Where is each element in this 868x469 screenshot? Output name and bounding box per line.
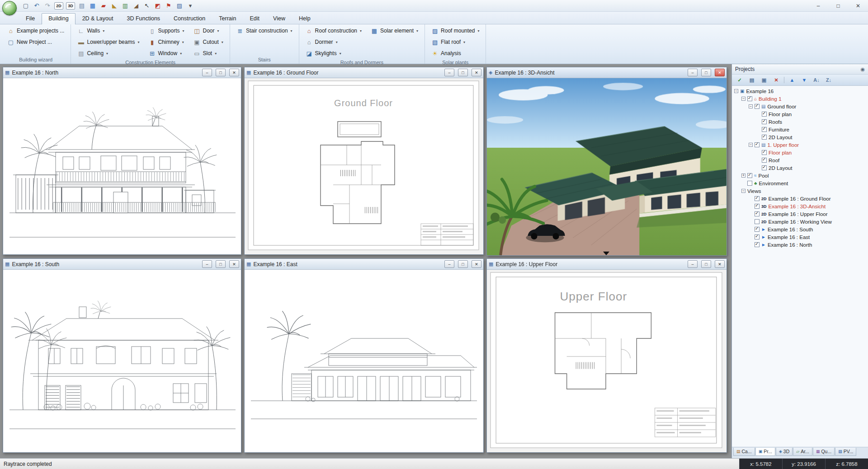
close-button[interactable]: ✕	[472, 260, 481, 268]
collapse-icon[interactable]: −	[741, 97, 745, 101]
checkbox-checked[interactable]	[762, 112, 767, 117]
redo-icon[interactable]: ↷	[42, 1, 52, 10]
ribbon-item-cutout[interactable]: ▣Cutout▾	[191, 37, 226, 47]
checkbox-checked[interactable]	[747, 96, 752, 101]
ribbon-item-flat-roof[interactable]: ▧Flat roof▾	[429, 37, 482, 47]
checkbox-checked[interactable]	[762, 135, 767, 140]
move-down-icon[interactable]: ▼	[799, 75, 810, 84]
checkbox-checked[interactable]	[762, 165, 767, 170]
collapse-icon[interactable]: −	[741, 189, 745, 193]
view-3d-icon[interactable]: 3D	[66, 2, 75, 9]
new-window-icon[interactable]: ▢	[21, 1, 31, 10]
tree-item-roofs[interactable]: Roofs	[732, 118, 868, 126]
tree-item-roof[interactable]: Roof	[732, 156, 868, 164]
checkbox-checked[interactable]	[762, 127, 767, 132]
tree-item-example-16-south[interactable]: ►Example 16 : South	[732, 225, 868, 233]
drawing-canvas[interactable]: Ground Floor	[245, 78, 483, 254]
tree-item-floor-plan[interactable]: Floor plan	[732, 110, 868, 118]
maximize-button[interactable]: □	[458, 69, 468, 76]
view-2d-icon[interactable]: 2D	[54, 2, 63, 9]
close-button[interactable]: ✕	[715, 69, 725, 76]
checkbox-checked[interactable]	[755, 142, 760, 147]
ribbon-item-example-projects[interactable]: ⌂Example projects ...	[5, 25, 67, 36]
ribbon-item-ceiling[interactable]: ▤Ceiling▾	[75, 48, 142, 59]
checkbox-checked[interactable]	[762, 119, 767, 124]
section-icon[interactable]: ◩	[153, 1, 163, 10]
panel-tab-ca[interactable]: ▤Ca...	[733, 448, 755, 456]
maximize-button[interactable]: □	[458, 260, 468, 268]
tree-item-floor-plan[interactable]: Floor plan	[732, 149, 868, 156]
checkbox-checked[interactable]	[755, 204, 760, 209]
panel-tab-qu[interactable]: ▦Qu...	[813, 448, 835, 456]
panel-tab-pr[interactable]: ▣Pr...	[755, 448, 775, 456]
flag-icon[interactable]: ⚑	[164, 1, 174, 10]
tree-item-2d-layout[interactable]: 2D Layout	[732, 133, 868, 141]
tree-item-views[interactable]: −Views	[732, 187, 868, 195]
tree-item-building-1[interactable]: −⌂Building 1	[732, 95, 868, 103]
select-cursor-icon[interactable]: ↖	[142, 1, 152, 10]
drawing-canvas[interactable]: Upper Floor	[487, 270, 726, 452]
tree-item-example-16-upper-floor[interactable]: 2DExample 16 : Upper Floor	[732, 210, 868, 218]
maximize-button[interactable]: □	[701, 69, 711, 76]
slope-icon[interactable]: ◢	[131, 1, 141, 10]
checkbox-checked[interactable]	[755, 234, 760, 239]
tab-edit[interactable]: Edit	[243, 13, 267, 24]
apply-icon[interactable]: ✓	[734, 75, 745, 84]
ribbon-item-supports[interactable]: ▯Supports▾	[146, 25, 187, 36]
tree-item-example-16-working-view[interactable]: 2DExample 16 : Working View	[732, 218, 868, 225]
maximize-button[interactable]: □	[216, 69, 226, 76]
close-button[interactable]: ✕	[472, 69, 481, 76]
close-button[interactable]: ✕	[229, 69, 239, 76]
minimize-button[interactable]: –	[808, 0, 828, 12]
close-button[interactable]: ✕	[715, 260, 725, 268]
close-button[interactable]: ✕	[848, 0, 868, 12]
panel-tab-ar[interactable]: ▱Ar...	[793, 448, 812, 456]
checkbox-checked[interactable]	[747, 173, 752, 178]
window-titlebar[interactable]: ▦ Example 16 : South – □ ✕	[3, 259, 241, 270]
checkbox-checked[interactable]	[755, 242, 760, 247]
tab-construction[interactable]: Construction	[167, 13, 212, 24]
close-button[interactable]: ✕	[229, 260, 239, 268]
drawing-canvas[interactable]	[3, 78, 241, 254]
ribbon-item-walls[interactable]: ∟Walls▾	[75, 25, 142, 36]
move-up-icon[interactable]: ▲	[787, 75, 797, 84]
tree-item-example-16-ground-floor[interactable]: 2DExample 16 : Ground Floor	[732, 195, 868, 202]
ribbon-item-door[interactable]: ◫Door▾	[191, 25, 226, 36]
ribbon-item-lower-upper-beams[interactable]: ▬Lower/upper beams▾	[75, 37, 142, 47]
panel-tab-pv[interactable]: ▨PV...	[835, 448, 856, 456]
minimize-button[interactable]: –	[688, 260, 698, 268]
window-titlebar[interactable]: ▦ Example 16 : Upper Floor – □ ✕	[487, 259, 726, 270]
ribbon-item-solar-element[interactable]: ▦Solar element▾	[368, 25, 421, 36]
checkbox-checked[interactable]	[762, 158, 767, 163]
ribbon-item-analysis[interactable]: ☀Analysis	[429, 48, 482, 59]
sort-asc-icon[interactable]: A↓	[811, 75, 822, 84]
checkbox-unchecked[interactable]	[755, 219, 760, 224]
tree-item-example-16-east[interactable]: ►Example 16 : East	[732, 233, 868, 241]
ribbon-item-dormer[interactable]: ⌂Dormer▾	[303, 37, 364, 47]
panel-tab-3d[interactable]: ◈3D	[776, 448, 793, 456]
titlebar[interactable]: ▢↶↷2D3D▤▦▰◣▥◢↖◩⚑▨▾ –□✕	[0, 0, 868, 12]
tab-terrain[interactable]: Terrain	[212, 13, 243, 24]
window-titlebar[interactable]: ▦ Example 16 : Ground Floor – □ ✕	[245, 67, 483, 78]
minimize-button[interactable]: –	[202, 69, 212, 76]
collapse-icon[interactable]: −	[734, 89, 738, 93]
tab-file[interactable]: File	[19, 13, 42, 24]
ribbon-item-chimney[interactable]: ▮Chimney▾	[146, 37, 187, 47]
ribbon-item-stair-construction[interactable]: ≣Stair construction▾	[234, 25, 295, 36]
expand-icon[interactable]: +	[741, 174, 745, 178]
ribbon-item-slot[interactable]: ▭Slot▾	[191, 48, 226, 59]
minimize-button[interactable]: –	[688, 69, 698, 76]
ribbon-item-roof-construction[interactable]: ⌂Roof construction▾	[303, 25, 364, 36]
minimize-button[interactable]: –	[202, 260, 212, 268]
window-titlebar[interactable]: ▦ Example 16 : North – □ ✕	[3, 67, 241, 78]
maximize-button[interactable]: □	[701, 260, 711, 268]
tree-item-example-16-north[interactable]: ►Example 16 : North	[732, 241, 868, 249]
layout-sheet-icon[interactable]: ▤	[77, 1, 87, 10]
tab-view[interactable]: View	[266, 13, 292, 24]
checkbox-checked[interactable]	[755, 227, 760, 232]
render-viewport[interactable]	[487, 78, 726, 255]
tree-item-example-16[interactable]: −▣Example 16	[732, 87, 868, 95]
collapse-icon[interactable]: −	[749, 104, 753, 108]
checkbox-checked[interactable]	[755, 196, 760, 201]
delete-icon[interactable]: ✕	[771, 75, 782, 84]
